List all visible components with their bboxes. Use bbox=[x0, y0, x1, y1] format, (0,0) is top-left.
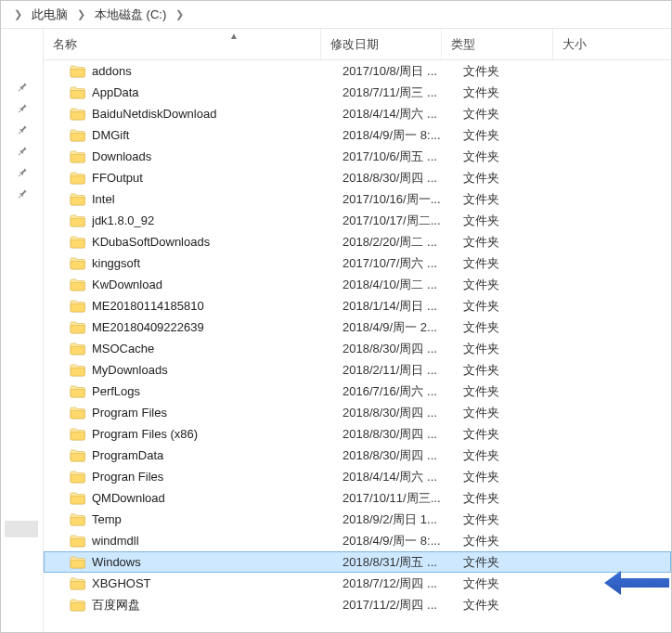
breadcrumb[interactable]: ❯ 此电脑 ❯ 本地磁盘 (C:) ❯ bbox=[1, 1, 671, 29]
folder-icon bbox=[70, 470, 86, 484]
file-date: 2018/2/11/周日 ... bbox=[342, 362, 463, 379]
file-date: 2018/8/31/周五 ... bbox=[342, 554, 463, 571]
file-name: MyDownloads bbox=[92, 363, 342, 377]
folder-icon bbox=[70, 278, 86, 292]
column-header-type[interactable]: 类型 bbox=[441, 29, 552, 59]
file-date: 2018/4/14/周六 ... bbox=[342, 106, 463, 123]
file-name: QMDownload bbox=[92, 491, 342, 505]
file-type: 文件夹 bbox=[463, 597, 556, 614]
file-name: kinggsoft bbox=[92, 256, 342, 270]
folder-icon bbox=[70, 64, 86, 79]
file-name: Program Files bbox=[92, 406, 342, 420]
table-row[interactable]: MyDownloads2018/2/11/周日 ...文件夹 bbox=[44, 359, 671, 381]
folder-icon bbox=[70, 85, 86, 100]
file-list: ▲ 名称 修改日期 类型 大小 addons2017/10/8/周日 ...文件… bbox=[44, 29, 671, 632]
folder-icon bbox=[70, 427, 86, 442]
file-type: 文件夹 bbox=[463, 149, 556, 165]
table-row[interactable]: MSOCache2018/8/30/周四 ...文件夹 bbox=[44, 338, 671, 359]
pin-icon[interactable] bbox=[1, 161, 44, 182]
file-rows: addons2017/10/8/周日 ...文件夹AppData2018/7/1… bbox=[44, 60, 671, 632]
file-name: 百度网盘 bbox=[92, 597, 342, 614]
table-row[interactable]: Temp2018/9/2/周日 1...文件夹 bbox=[44, 509, 671, 530]
table-row[interactable]: DMGift2018/4/9/周一 8:...文件夹 bbox=[44, 124, 671, 146]
breadcrumb-item[interactable]: 本地磁盘 (C:) bbox=[91, 5, 170, 25]
table-row[interactable]: ME201801141858102018/1/14/周日 ...文件夹 bbox=[44, 295, 671, 316]
folder-icon bbox=[70, 598, 86, 613]
file-type: 文件夹 bbox=[463, 405, 556, 421]
table-row[interactable]: ProgramData2018/8/30/周四 ...文件夹 bbox=[44, 445, 671, 466]
file-type: 文件夹 bbox=[463, 213, 556, 229]
file-date: 2017/10/11/周三... bbox=[342, 490, 463, 507]
file-type: 文件夹 bbox=[463, 490, 556, 507]
file-date: 2017/11/2/周四 ... bbox=[342, 597, 463, 614]
pin-icon[interactable] bbox=[1, 97, 44, 118]
chevron-right-icon: ❯ bbox=[170, 8, 189, 20]
file-date: 2016/7/16/周六 ... bbox=[342, 383, 463, 400]
folder-icon bbox=[70, 555, 86, 570]
file-date: 2018/8/30/周四 ... bbox=[342, 341, 463, 357]
file-date: 2018/8/30/周四 ... bbox=[342, 405, 463, 421]
folder-icon bbox=[70, 192, 86, 207]
file-type: 文件夹 bbox=[463, 191, 556, 208]
file-date: 2018/4/9/周一 2... bbox=[342, 319, 463, 336]
table-row[interactable]: KDubaSoftDownloads2018/2/20/周二 ...文件夹 bbox=[44, 231, 671, 252]
file-name: XBGHOST bbox=[92, 576, 342, 590]
table-row[interactable]: Program Files (x86)2018/8/30/周四 ...文件夹 bbox=[44, 423, 671, 445]
table-row[interactable]: BaiduNetdiskDownload2018/4/14/周六 ...文件夹 bbox=[44, 103, 671, 124]
file-name: Intel bbox=[92, 192, 342, 206]
file-date: 2018/7/12/周四 ... bbox=[342, 575, 463, 592]
breadcrumb-item[interactable]: 此电脑 bbox=[28, 5, 71, 25]
file-date: 2018/1/14/周日 ... bbox=[342, 298, 463, 315]
column-header-size[interactable]: 大小 bbox=[552, 29, 645, 59]
table-row[interactable]: addons2017/10/8/周日 ...文件夹 bbox=[44, 60, 671, 82]
folder-icon bbox=[70, 107, 86, 122]
table-row[interactable]: FFOutput2018/8/30/周四 ...文件夹 bbox=[44, 167, 671, 188]
file-date: 2018/8/30/周四 ... bbox=[342, 426, 463, 443]
table-row[interactable]: KwDownload2018/4/10/周二 ...文件夹 bbox=[44, 274, 671, 295]
sort-ascending-icon: ▲ bbox=[229, 31, 239, 41]
pin-icon[interactable] bbox=[1, 118, 44, 139]
file-type: 文件夹 bbox=[463, 127, 556, 144]
folder-icon bbox=[70, 363, 86, 378]
file-name: ProgramData bbox=[92, 448, 342, 462]
file-type: 文件夹 bbox=[463, 170, 556, 187]
table-row[interactable]: windmdll2018/4/9/周一 8:...文件夹 bbox=[44, 530, 671, 551]
table-row[interactable]: ME201804092226392018/4/9/周一 2...文件夹 bbox=[44, 316, 671, 338]
folder-icon bbox=[70, 171, 86, 186]
table-row[interactable]: Program Files2018/8/30/周四 ...文件夹 bbox=[44, 402, 671, 423]
table-row[interactable]: Intel2017/10/16/周一...文件夹 bbox=[44, 188, 671, 210]
column-header-name[interactable]: 名称 bbox=[44, 29, 320, 59]
table-row[interactable]: kinggsoft2017/10/7/周六 ...文件夹 bbox=[44, 252, 671, 274]
table-row[interactable]: XBGHOST2018/7/12/周四 ...文件夹 bbox=[44, 573, 671, 594]
file-name: windmdll bbox=[92, 534, 342, 548]
file-date: 2018/8/30/周四 ... bbox=[342, 170, 463, 187]
table-row[interactable]: PerfLogs2016/7/16/周六 ...文件夹 bbox=[44, 381, 671, 402]
file-type: 文件夹 bbox=[463, 277, 556, 293]
file-type: 文件夹 bbox=[463, 511, 556, 528]
folder-icon bbox=[70, 149, 86, 164]
file-date: 2018/4/9/周一 8:... bbox=[342, 533, 463, 549]
pin-icon[interactable] bbox=[1, 182, 44, 203]
table-row[interactable]: 百度网盘2017/11/2/周四 ...文件夹 bbox=[44, 594, 671, 615]
pin-icon[interactable] bbox=[1, 75, 44, 97]
file-name: ME20180409222639 bbox=[92, 320, 342, 334]
table-row[interactable]: Windows2018/8/31/周五 ...文件夹 bbox=[44, 551, 671, 573]
file-name: Downloads bbox=[92, 149, 342, 163]
file-name: KwDownload bbox=[92, 278, 342, 291]
folder-icon bbox=[70, 128, 86, 143]
table-row[interactable]: Progran Files2018/4/14/周六 ...文件夹 bbox=[44, 466, 671, 487]
file-date: 2017/10/8/周日 ... bbox=[342, 63, 463, 80]
explorer-window: ❯ 此电脑 ❯ 本地磁盘 (C:) ❯ ▲ 名称 修改日期 类型 大小 addo… bbox=[0, 0, 672, 633]
pin-icon[interactable] bbox=[1, 139, 44, 161]
folder-icon bbox=[70, 448, 86, 463]
file-type: 文件夹 bbox=[463, 298, 556, 315]
column-header-date[interactable]: 修改日期 bbox=[320, 29, 441, 59]
table-row[interactable]: AppData2018/7/11/周三 ...文件夹 bbox=[44, 82, 671, 103]
folder-icon bbox=[70, 213, 86, 228]
table-row[interactable]: Downloads2017/10/6/周五 ...文件夹 bbox=[44, 146, 671, 167]
file-date: 2018/8/30/周四 ... bbox=[342, 447, 463, 464]
table-row[interactable]: QMDownload2017/10/11/周三...文件夹 bbox=[44, 487, 671, 509]
chevron-right-icon: ❯ bbox=[71, 8, 91, 20]
quick-access-strip bbox=[1, 29, 44, 632]
table-row[interactable]: jdk1.8.0_922017/10/17/周二...文件夹 bbox=[44, 210, 671, 231]
